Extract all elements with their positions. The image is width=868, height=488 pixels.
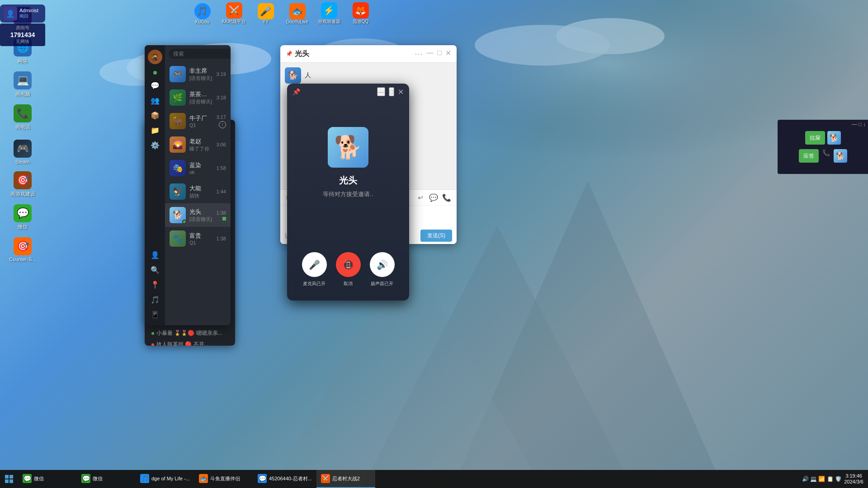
chat-win-resize-icon[interactable]: □ xyxy=(437,49,442,59)
svg-rect-12 xyxy=(5,479,9,483)
stream-window: — □ ↓ 拉屎 🐕 应答 📞 🐕 xyxy=(778,120,868,174)
taskbar-right-area: 🔊 💻 📶 📋 🛡️ 3:19:46 2024/3/6 xyxy=(797,473,868,485)
svg-rect-13 xyxy=(9,479,13,483)
top-icon-douyu[interactable]: 🐟 DouYuLive xyxy=(285,3,310,24)
recipient-char: 人 xyxy=(305,71,311,80)
top-icon-kugou[interactable]: 🎵 KuGou xyxy=(190,3,215,24)
top-icon-yy[interactable]: 🎤 YY xyxy=(253,3,278,24)
windows-taskbar: 💬 微信 💬 微信 🎵 dge of My Life -... 🐟 斗鱼直播伴侣… xyxy=(0,470,868,488)
taskbar-item-qq-group[interactable]: 💬 45206440-忍者村... xyxy=(253,470,316,488)
taskbar-item-music[interactable]: 🎵 dge of My Life -... xyxy=(136,470,194,488)
call-resize-btn[interactable]: □ xyxy=(389,87,394,96)
qq-search-bar: + xyxy=(165,45,231,62)
qq-sidebar: 🥷 💬 👥 📦 📁 ⚙️ 👤 🔍 📍 🎵 📱 xyxy=(145,45,165,325)
taskbar-item-douyu[interactable]: 🐟 斗鱼直播伴侣 xyxy=(194,470,253,488)
sidebar-icon-message[interactable]: 💬 xyxy=(149,79,161,92)
sidebar-icon-extra1[interactable]: 👤 xyxy=(149,249,161,261)
chat-window-title: 光头 xyxy=(295,49,309,59)
chat-item-fugui[interactable]: 🐾 富贵 Q1 1:38 xyxy=(165,227,231,250)
side-avatar-thumb: 🐕 xyxy=(827,131,841,145)
chat-item-lazhao[interactable]: 🌄 老赵 睡了了你 3:06 xyxy=(165,133,231,156)
taskbar-app-items: 💬 微信 💬 微信 🎵 dge of My Life -... 🐟 斗鱼直播伴侣… xyxy=(18,470,797,488)
top-icon-speed[interactable]: ⚡ 游戏加速器 xyxy=(316,2,341,25)
sidebar-icon-extra3[interactable]: 📍 xyxy=(149,278,161,291)
top-icon-xunqq[interactable]: 🦊 迅游QQ xyxy=(348,2,373,25)
online-status-dot xyxy=(153,71,157,75)
taskbar-item-wechat2[interactable]: 💬 微信 xyxy=(77,470,136,488)
desktop-icon-game[interactable]: 🎯 画游戏建设 xyxy=(5,169,41,200)
toolbar-enter-icon[interactable]: ↵ xyxy=(415,192,426,203)
start-button[interactable] xyxy=(0,470,18,488)
call-overlay-header: 📌 — □ ✕ xyxy=(287,84,409,100)
call-close-btn[interactable]: ✕ xyxy=(398,87,404,96)
desktop-icon-computer[interactable]: 💻 画电脑 xyxy=(5,69,41,100)
taskbar-icons-area[interactable]: 🔊 💻 📶 📋 🛡️ xyxy=(802,476,842,482)
call-contact-name: 光头 xyxy=(339,174,357,187)
chat-win-pin-icon[interactable]: 📌 xyxy=(286,51,292,57)
sidebar-icon-contacts[interactable]: 👥 xyxy=(149,94,161,107)
chat-win-close-icon[interactable]: ✕ xyxy=(445,49,451,59)
call-controls-row: 🎤 麦克风已开 📵 取消 🔊 扬声器已开 xyxy=(302,252,395,287)
hangup-button[interactable]: 📵 xyxy=(336,252,361,277)
side-call-answer-row: 应答 📞 🐕 xyxy=(778,147,868,165)
chat-item-guangtou[interactable]: 🐕 光头 [语音聊天] 1:38 xyxy=(165,203,231,227)
taskbar-item-wechat1[interactable]: 💬 微信 xyxy=(18,470,77,488)
desktop-icons-column: 👤 Administ... 🌐 网络 💻 画电脑 📞 画电话 🎮 Steam 🎯… xyxy=(0,0,45,488)
call-minimize-btn[interactable]: — xyxy=(377,87,385,96)
qq-chat-list-panel: + 🎮 非主席 [语音聊天] 3:19 🌿 茶茶狗叫 [语音聊天] xyxy=(165,45,231,325)
mic-label: 麦克风已开 xyxy=(303,281,326,287)
hangup-label: 取消 xyxy=(344,281,353,287)
chat-item-lanran[interactable]: 🎭 蓝染 ok 1:58 xyxy=(165,156,231,180)
chat-recipient-row: 🐕 人 xyxy=(285,67,452,84)
chat-item-daneng[interactable]: 🦅 大能 搞快 1:44 xyxy=(165,180,231,203)
toolbar-chat-icon[interactable]: 💬 xyxy=(428,192,439,203)
chat-item-feizhuxi[interactable]: 🎮 非主席 [语音聊天] 3:19 xyxy=(165,62,231,86)
desktop-icon-steam[interactable]: 🎮 Steam xyxy=(5,137,41,167)
group-item-guren[interactable]: 故人版革担 🔴 不开... xyxy=(145,339,235,346)
stream-minimize-btn[interactable]: — xyxy=(852,121,857,127)
recipient-avatar: 🐕 xyxy=(285,67,301,84)
sidebar-icon-mic[interactable]: 📱 xyxy=(149,308,161,321)
call-contact-avatar: 🐕 xyxy=(328,127,368,168)
chat-item-niuzichang[interactable]: 🐂 牛子厂 Q1 3:17 ↑ xyxy=(165,109,231,133)
toolbar-phone-icon[interactable]: 📞 xyxy=(441,192,452,203)
desktop-icon-wechat[interactable]: 💬 微信 xyxy=(5,202,41,233)
sidebar-icon-apps[interactable]: 📦 xyxy=(149,109,161,122)
side-call-buttons: 拉屎 🐕 xyxy=(778,129,868,147)
group-item-xiaobao[interactable]: 小暴量 🎖️🎖️🔴 嗯嗯亲亲... xyxy=(145,328,235,339)
side-answer-btn[interactable]: 拉屎 xyxy=(805,131,825,145)
chat-send-button[interactable]: 发送(S) xyxy=(420,230,452,242)
qq-search-input[interactable] xyxy=(169,49,231,59)
call-pin-icon[interactable]: 📌 xyxy=(292,88,300,95)
sidebar-icon-extra2[interactable]: 🔍 xyxy=(149,263,161,276)
desktop-icon-counter[interactable]: 🎯 Counter-S... xyxy=(5,235,41,264)
speaker-label: 扬声器已开 xyxy=(371,281,393,287)
room-widget: 👤 Administ 闽回 房间号 1791434 无网络 xyxy=(0,5,45,46)
side-avatar-thumb2: 🐕 xyxy=(834,149,847,163)
mic-icon: 🎤 xyxy=(309,259,320,270)
qq-user-avatar[interactable]: 🥷 xyxy=(148,50,162,64)
chat-win-minimize-icon[interactable]: — xyxy=(426,49,434,59)
stream-close-btn[interactable]: ↓ xyxy=(863,121,866,127)
hangup-button-wrap: 📵 取消 xyxy=(336,252,361,287)
side-call-answer-btn[interactable]: 应答 xyxy=(799,149,819,163)
taskbar-time-display: 3:19:46 2024/3/6 xyxy=(844,473,863,485)
sidebar-icon-settings[interactable]: ⚙️ xyxy=(149,139,161,151)
mic-button-wrap: 🎤 麦克风已开 xyxy=(302,252,327,287)
qq-chat-list: 🎮 非主席 [语音聊天] 3:19 🌿 茶茶狗叫 [语音聊天] 3:18 xyxy=(165,62,231,250)
sidebar-icon-extra4[interactable]: 🎵 xyxy=(149,293,161,306)
chat-window-header: 📌 光头 ⋯ — □ ✕ xyxy=(280,45,457,63)
svg-rect-11 xyxy=(9,475,13,479)
sidebar-icon-folder[interactable]: 📁 xyxy=(149,124,161,136)
stream-resize-btn[interactable]: □ xyxy=(859,121,862,127)
top-icon-kk[interactable]: ⚔️ KK对战平台 xyxy=(222,2,246,25)
qq-main-window: 🥷 💬 👥 📦 📁 ⚙️ 👤 🔍 📍 🎵 📱 + 🎮 非主席 [ xyxy=(145,45,231,325)
chat-win-minimize-btn[interactable]: ⋯ xyxy=(415,49,423,59)
windows-logo-icon xyxy=(5,475,13,483)
speaker-button[interactable]: 🔊 xyxy=(370,252,395,277)
mic-button[interactable]: 🎤 xyxy=(302,252,327,277)
top-app-icons: 🎵 KuGou ⚔️ KK对战平台 🎤 YY 🐟 DouYuLive ⚡ 游戏加… xyxy=(181,0,868,27)
desktop-icon-phone[interactable]: 📞 画电话 xyxy=(5,102,41,133)
chat-item-chagou[interactable]: 🌿 茶茶狗叫 [语音聊天] 3:18 xyxy=(165,86,231,109)
taskbar-item-game[interactable]: ⚔️ 忍者村大战2 xyxy=(316,470,375,488)
